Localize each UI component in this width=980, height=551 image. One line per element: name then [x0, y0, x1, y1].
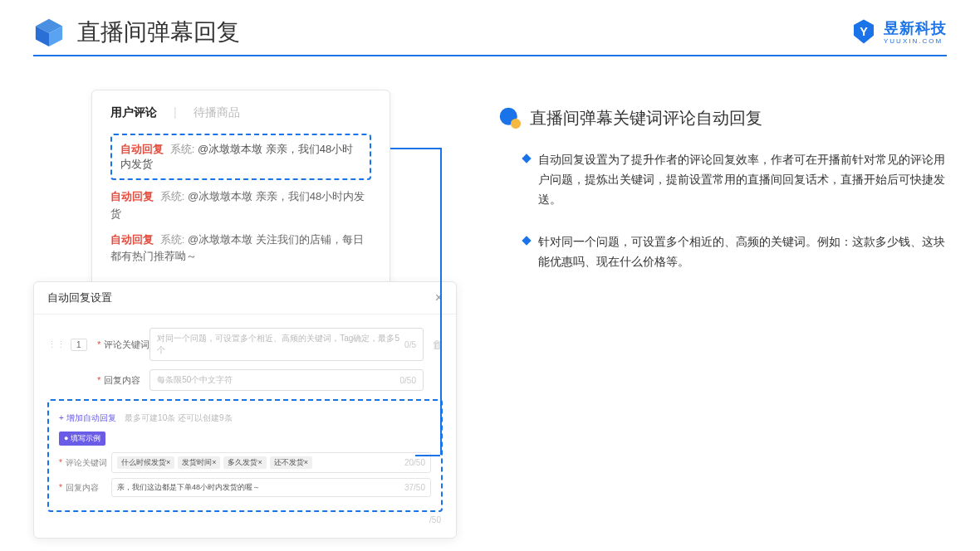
logo-sub: YUUXIN.COM [884, 38, 947, 45]
keyword-input[interactable]: 对同一个问题，可设置多个相近、高频的关键词，Tag确定，最多5个 0/5 [149, 328, 424, 361]
outer-counter: /50 [47, 512, 443, 524]
comment-tabs: 用户评论 | 待播商品 [110, 105, 371, 120]
content-label: 回复内容 [104, 374, 149, 387]
drag-handle[interactable]: ⋮⋮ 1 [47, 339, 97, 351]
comment-row: 自动回复 系统: @冰墩墩本墩 关注我们的店铺，每日都有热门推荐呦～ [110, 232, 371, 266]
modal-title: 自动回复设置 [47, 290, 112, 305]
content-input[interactable]: 每条限50个中文字符 0/50 [149, 369, 424, 391]
bullet-icon [522, 236, 531, 246]
section-title: 直播间弹幕关键词评论自动回复 [530, 107, 762, 129]
page-title: 直播间弹幕回复 [77, 17, 240, 48]
svg-text:Y: Y [860, 25, 868, 38]
left-panel: 用户评论 | 待播商品 自动回复 系统: @冰墩墩本墩 亲亲，我们48小时内发货… [33, 90, 457, 539]
right-panel: 直播间弹幕关键词评论自动回复 自动回复设置为了提升作者的评论回复效率，作者可在开… [498, 90, 947, 539]
example-keyword-input[interactable]: 什么时候发货× 发货时间× 多久发货× 还不发货× 20/50 [111, 452, 431, 473]
keyword-label: 评论关键词 [104, 339, 149, 351]
example-content-row: * 回复内容 亲，我们这边都是下单48小时内发货的喔～ 37/50 [59, 478, 431, 497]
add-hint: 最多可建10条 还可以创建9条 [125, 413, 232, 422]
example-keyword-row: * 评论关键词 什么时候发货× 发货时间× 多久发货× 还不发货× 20/50 [59, 452, 431, 473]
example-badge: ● 填写示例 [59, 432, 105, 446]
comments-card: 用户评论 | 待播商品 自动回复 系统: @冰墩墩本墩 亲亲，我们48小时内发货… [91, 90, 390, 290]
svg-point-5 [511, 119, 521, 129]
keyword-chip[interactable]: 什么时候发货× [117, 456, 174, 469]
comment-row: 自动回复 系统: @冰墩墩本墩 亲亲，我们48小时内发货 [110, 188, 371, 223]
keyword-chip[interactable]: 还不发货× [270, 456, 312, 469]
logo-name: 昱新科技 [884, 20, 947, 37]
system-label: 系统: [170, 143, 195, 155]
brand-logo: Y 昱新科技 YUUXIN.COM [850, 18, 947, 45]
add-reply-link[interactable]: + 增加自动回复 [59, 413, 116, 422]
tab-separator: | [174, 105, 177, 120]
cube-icon [33, 17, 65, 48]
tab-user-comments[interactable]: 用户评论 [110, 105, 157, 120]
auto-reply-tag: 自动回复 [120, 143, 164, 155]
chat-bubble-icon [498, 106, 522, 129]
bullet-item: 自动回复设置为了提升作者的评论回复效率，作者可在开播前针对常见的评论用户问题，提… [498, 150, 947, 209]
connector-line [390, 148, 440, 149]
required-marker: * [97, 375, 100, 385]
highlighted-comment: 自动回复 系统: @冰墩墩本墩 亲亲，我们48小时内发货 [110, 134, 371, 180]
auto-reply-tag: 自动回复 [110, 190, 154, 202]
required-marker: * [97, 339, 100, 349]
keyword-chip[interactable]: 多久发货× [223, 456, 266, 469]
example-content-input[interactable]: 亲，我们这边都是下单48小时内发货的喔～ 37/50 [111, 478, 431, 497]
bullet-item: 针对同一个问题，可设置多个相近的、高频的关键词。例如：这款多少钱、这块能优惠吗、… [498, 232, 947, 272]
system-label: 系统: [160, 190, 185, 202]
connector-line [415, 455, 440, 456]
system-label: 系统: [160, 233, 185, 246]
modal-header: 自动回复设置 × [34, 282, 456, 315]
tab-pending-products[interactable]: 待播商品 [194, 105, 240, 120]
section-title-row: 直播间弹幕关键词评论自动回复 [498, 106, 947, 129]
logo-icon: Y [850, 18, 877, 45]
page-header: 直播间弹幕回复 [0, 0, 980, 55]
bullet-text: 针对同一个问题，可设置多个相近的、高频的关键词。例如：这款多少钱、这块能优惠吗、… [538, 232, 947, 272]
connector-line [440, 148, 442, 455]
keyword-row: ⋮⋮ 1 * 评论关键词 对同一个问题，可设置多个相近、高频的关键词，Tag确定… [47, 328, 443, 361]
keyword-chip[interactable]: 发货时间× [178, 456, 220, 469]
bullet-icon [522, 154, 531, 163]
settings-modal: 自动回复设置 × ⋮⋮ 1 * 评论关键词 对同一个问题，可设置多个相近、高频的… [33, 281, 457, 539]
example-block: + 增加自动回复 最多可建10条 还可以创建9条 ● 填写示例 * 评论关键词 … [47, 399, 443, 512]
auto-reply-tag: 自动回复 [110, 233, 154, 246]
content-row: * 回复内容 每条限50个中文字符 0/50 🗑 [47, 369, 443, 391]
bullet-text: 自动回复设置为了提升作者的评论回复效率，作者可在开播前针对常见的评论用户问题，提… [538, 150, 947, 209]
